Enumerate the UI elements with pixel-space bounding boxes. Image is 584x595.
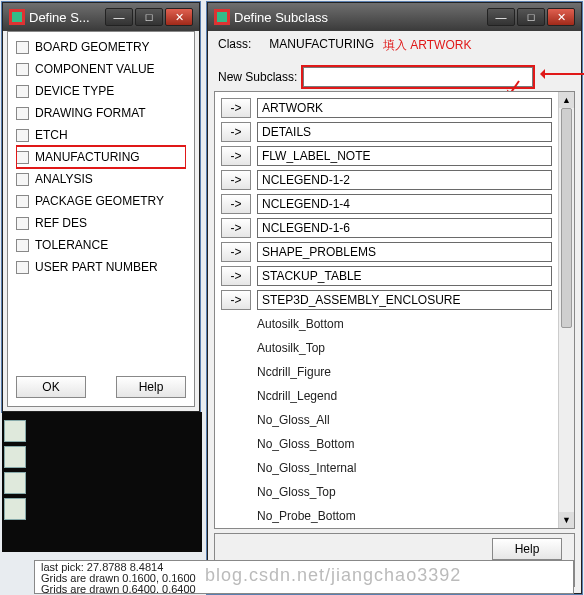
class-list-item[interactable]: MANUFACTURING <box>16 146 186 168</box>
tool-palette <box>2 416 30 524</box>
subclass-name-label: Autosilk_Bottom <box>221 317 552 331</box>
subclass-list: ->->->->->->->->->Autosilk_BottomAutosil… <box>214 91 575 529</box>
close-button[interactable]: ✕ <box>547 8 575 26</box>
subclass-row-readonly: Autosilk_Bottom <box>221 312 552 336</box>
checkbox-icon[interactable] <box>16 217 29 230</box>
app-icon <box>214 9 230 25</box>
subclass-name-input[interactable] <box>257 122 552 142</box>
class-list-label: ANALYSIS <box>35 172 93 186</box>
canvas-area <box>2 412 202 552</box>
subclass-name-input[interactable] <box>257 98 552 118</box>
class-list-item[interactable]: BOARD GEOMETRY <box>16 36 186 58</box>
subclass-name-label: No_Probe_Bottom <box>221 509 552 523</box>
close-button[interactable]: ✕ <box>165 8 193 26</box>
go-button[interactable]: -> <box>221 218 251 238</box>
ok-button[interactable]: OK <box>16 376 86 398</box>
subclass-name-label: No_Gloss_Top <box>221 485 552 499</box>
annotation-arrow-icon <box>543 73 584 75</box>
subclass-row-readonly: No_Gloss_Top <box>221 480 552 504</box>
class-value: MANUFACTURING <box>269 37 374 51</box>
command-log: last pick: 27.8788 8.4814 Grids are draw… <box>34 560 574 594</box>
subclass-row-readonly: Autosilk_Top <box>221 336 552 360</box>
tool-icon[interactable] <box>4 498 26 520</box>
minimize-button[interactable]: — <box>487 8 515 26</box>
help-button[interactable]: Help <box>492 538 562 560</box>
class-list-item[interactable]: ETCH <box>16 124 186 146</box>
class-list-item[interactable]: DRAWING FORMAT <box>16 102 186 124</box>
subclass-name-label: Autosilk_Top <box>221 341 552 355</box>
class-list-label: COMPONENT VALUE <box>35 62 155 76</box>
checkbox-icon[interactable] <box>16 261 29 274</box>
maximize-button[interactable]: □ <box>135 8 163 26</box>
titlebar[interactable]: Define Subclass — □ ✕ <box>208 3 581 31</box>
annotation-callout: 填入 ARTWORK <box>383 37 471 54</box>
checkbox-icon[interactable] <box>16 41 29 54</box>
checkbox-icon[interactable] <box>16 63 29 76</box>
subclass-name-input[interactable] <box>257 194 552 214</box>
tool-icon[interactable] <box>4 420 26 442</box>
subclass-row: -> <box>221 264 552 288</box>
class-list-item[interactable]: ANALYSIS <box>16 168 186 190</box>
checkbox-icon[interactable] <box>16 107 29 120</box>
class-list-label: REF DES <box>35 216 87 230</box>
subclass-name-label: No_Gloss_Bottom <box>221 437 552 451</box>
log-line: Grids are drawn 0.6400, 0.6400 <box>41 584 567 594</box>
window-title: Define S... <box>29 10 105 25</box>
scroll-down-icon[interactable]: ▼ <box>559 512 574 528</box>
new-subclass-input[interactable] <box>303 67 533 87</box>
go-button[interactable]: -> <box>221 194 251 214</box>
go-button[interactable]: -> <box>221 266 251 286</box>
class-list-item[interactable]: TOLERANCE <box>16 234 186 256</box>
checkbox-icon[interactable] <box>16 239 29 252</box>
subclass-name-input[interactable] <box>257 290 552 310</box>
app-icon <box>9 9 25 25</box>
titlebar[interactable]: Define S... — □ ✕ <box>3 3 199 31</box>
checkbox-icon[interactable] <box>16 195 29 208</box>
subclass-row-readonly: Ncdrill_Figure <box>221 360 552 384</box>
scrollbar[interactable]: ▲ ▼ <box>558 92 574 528</box>
subclass-name-input[interactable] <box>257 218 552 238</box>
go-button[interactable]: -> <box>221 290 251 310</box>
subclass-row: -> <box>221 216 552 240</box>
help-button[interactable]: Help <box>116 376 186 398</box>
class-list-item[interactable]: REF DES <box>16 212 186 234</box>
class-list-label: TOLERANCE <box>35 238 108 252</box>
subclass-name-input[interactable] <box>257 266 552 286</box>
class-list-item[interactable]: PACKAGE GEOMETRY <box>16 190 186 212</box>
scroll-up-icon[interactable]: ▲ <box>559 92 574 108</box>
go-button[interactable]: -> <box>221 170 251 190</box>
subclass-name-input[interactable] <box>257 170 552 190</box>
subclass-row: -> <box>221 144 552 168</box>
checkbox-icon[interactable] <box>16 85 29 98</box>
class-list-item[interactable]: USER PART NUMBER <box>16 256 186 278</box>
define-subclass-window: Define Subclass — □ ✕ Class: MANUFACTURI… <box>207 2 582 594</box>
go-button[interactable]: -> <box>221 98 251 118</box>
class-list-item[interactable]: COMPONENT VALUE <box>16 58 186 80</box>
class-label: Class: <box>218 37 251 51</box>
go-button[interactable]: -> <box>221 122 251 142</box>
checkbox-icon[interactable] <box>16 173 29 186</box>
tool-icon[interactable] <box>4 472 26 494</box>
scroll-thumb[interactable] <box>561 108 572 328</box>
subclass-row: -> <box>221 288 552 312</box>
tool-icon[interactable] <box>4 446 26 468</box>
maximize-button[interactable]: □ <box>517 8 545 26</box>
go-button[interactable]: -> <box>221 146 251 166</box>
class-list-label: ETCH <box>35 128 68 142</box>
new-subclass-label: New Subclass: <box>218 70 297 84</box>
checkbox-icon[interactable] <box>16 129 29 142</box>
subclass-name-input[interactable] <box>257 146 552 166</box>
subclass-row: -> <box>221 240 552 264</box>
subclass-name-input[interactable] <box>257 242 552 262</box>
class-list-item[interactable]: DEVICE TYPE <box>16 80 186 102</box>
go-button[interactable]: -> <box>221 242 251 262</box>
subclass-row: -> <box>221 192 552 216</box>
subclass-row-readonly: No_Gloss_All <box>221 408 552 432</box>
class-list[interactable]: BOARD GEOMETRYCOMPONENT VALUEDEVICE TYPE… <box>16 36 186 362</box>
minimize-button[interactable]: — <box>105 8 133 26</box>
class-list-label: DEVICE TYPE <box>35 84 114 98</box>
class-list-label: PACKAGE GEOMETRY <box>35 194 164 208</box>
subclass-row: -> <box>221 168 552 192</box>
checkbox-icon[interactable] <box>16 151 29 164</box>
class-list-label: DRAWING FORMAT <box>35 106 146 120</box>
